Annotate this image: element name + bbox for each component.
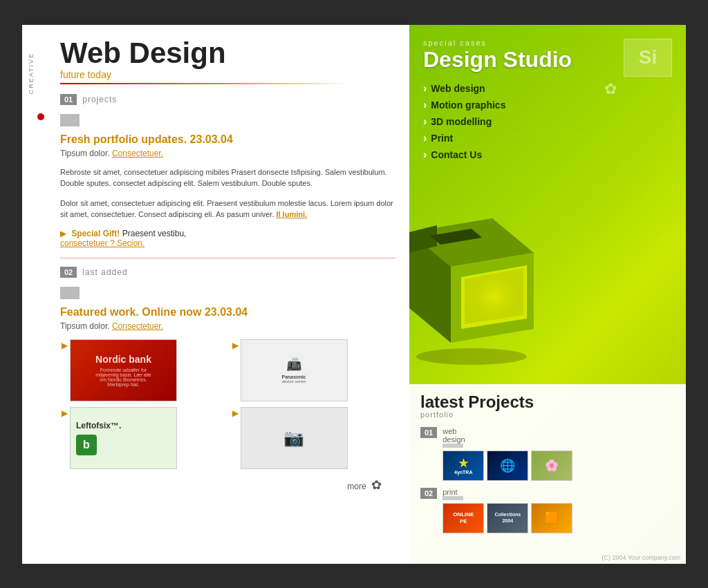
- latest-projects-title: latest Projects: [420, 394, 675, 410]
- special-gift-section: ▶ Special Gift! Praesent vestibu, consec…: [60, 229, 395, 248]
- thumb-1-arrow-icon: ▶: [62, 341, 68, 350]
- featured-subtitle: Tipsum dolor. Consectetuer.: [60, 321, 395, 331]
- body-text-1: Rebroste sit amet, consectetuer adipisci…: [60, 167, 395, 189]
- right-panel: Si ✿ special cases Design Studio Web des…: [409, 25, 686, 564]
- project-02-thumbs: ONLINEPE Collections2004 🟧: [442, 503, 572, 533]
- nav-item-motion-graphics[interactable]: Motion graphics: [423, 97, 672, 113]
- featured-sub-link[interactable]: Consectetuer.: [112, 321, 163, 331]
- thumb-2-arrow-icon: ▶: [232, 341, 239, 350]
- thumb-4-arrow-icon: ▶: [232, 408, 239, 418]
- left-content: Web Design future today 01 projects Fres…: [53, 25, 409, 506]
- portfolio-title: Fresh portfolio updates. 23.03.04: [60, 133, 395, 146]
- thumb-3-arrow-icon: ▶: [62, 408, 68, 418]
- thumb-4[interactable]: ▶ 📷: [231, 407, 396, 469]
- thumb-1-image[interactable]: Nordic bank Fortrende udsalfer formiljøv…: [70, 339, 177, 401]
- special-cases-label: special cases: [423, 39, 672, 47]
- body-text-2: Dolor sit amet, consectetuer adipiscing …: [60, 198, 395, 220]
- thumb-2-image[interactable]: 📠 Panasonic device series: [241, 339, 348, 401]
- nav-item-3d-modelling[interactable]: 3D modelling: [423, 113, 672, 130]
- project-02-icon-placeholder: [442, 496, 463, 500]
- project-thumb-1c[interactable]: 🌸: [531, 451, 572, 481]
- section-02: 02 last added Featured work. Online now …: [60, 267, 395, 493]
- title-decorative-line: [60, 83, 351, 84]
- nav-item-contact-us[interactable]: Contact Us: [423, 146, 672, 163]
- more-link-row: more ✿: [60, 477, 395, 493]
- design-studio-title: Design Studio: [423, 48, 672, 70]
- section-01-header: 01 projects: [60, 94, 395, 105]
- project-thumb-2a[interactable]: ONLINEPE: [442, 503, 484, 533]
- portfolio-sub-link[interactable]: Consectetuer.: [112, 149, 163, 158]
- left-panel: creative Web Design future today 01 proj…: [22, 25, 409, 564]
- creative-label: creative: [28, 53, 35, 94]
- project-02-number: 02: [420, 488, 437, 499]
- section-01-number: 01: [60, 94, 77, 105]
- section-01-label: projects: [82, 95, 117, 104]
- portfolio-subtitle: Tipsum dolor. Consectetuer.: [60, 149, 395, 158]
- section-01-icon: [60, 114, 80, 126]
- project-01-thumbs: ★ 4ynTRA 🌐 🌸: [442, 451, 572, 481]
- thumb-4-image[interactable]: 📷: [241, 407, 348, 469]
- right-content: special cases Design Studio Web design M…: [409, 25, 686, 191]
- section-02-label: last added: [82, 267, 127, 277]
- project-01-number: 01: [420, 427, 437, 438]
- section-02-number: 02: [60, 267, 77, 278]
- main-container: creative Web Design future today 01 proj…: [22, 25, 686, 564]
- project-thumb-1a[interactable]: ★ 4ynTRA: [442, 451, 484, 481]
- thumb-1[interactable]: ▶ Nordic bank Fortrende udsalfer formilj…: [60, 339, 225, 401]
- thumb-3-image[interactable]: Leftofsix™. b: [70, 407, 177, 469]
- project-01-icon-placeholder: [442, 444, 463, 448]
- special-gift-arrow-icon: ▶: [60, 229, 66, 238]
- section-02-icon: [60, 287, 80, 299]
- 3d-box-svg: [409, 211, 561, 370]
- right-nav: Web design Motion graphics 3D modelling …: [423, 80, 672, 163]
- leaf-decoration-icon: ✿: [371, 478, 382, 492]
- special-gift-text: Praesent vestibu,: [122, 229, 187, 238]
- nav-item-print[interactable]: Print: [423, 130, 672, 146]
- thumbnail-grid: ▶ Nordic bank Fortrende udsalfer formilj…: [60, 339, 395, 469]
- project-row-01: 01 web design ★ 4ynTRA 🌐: [420, 427, 675, 481]
- thumb-2[interactable]: ▶ 📠 Panasonic device series: [231, 339, 396, 401]
- project-row-02: 02 print ONLINEPE Collections2004: [420, 488, 675, 533]
- more-link[interactable]: more: [347, 482, 366, 491]
- project-thumb-1b[interactable]: 🌐: [487, 451, 528, 481]
- nav-item-web-design[interactable]: Web design: [423, 80, 672, 97]
- section-divider: [60, 258, 395, 258]
- project-thumb-2b[interactable]: Collections2004: [487, 503, 528, 533]
- section-02-header: 02 last added: [60, 267, 395, 278]
- sub-title: future today: [60, 69, 395, 80]
- thumb-3[interactable]: ▶ Leftofsix™. b: [60, 407, 225, 469]
- project-02-label: print: [442, 488, 481, 496]
- project-01-label: web design: [442, 427, 481, 444]
- special-gift-label: Special Gift!: [71, 229, 120, 238]
- portfolio-label: portfolio: [420, 410, 675, 419]
- red-circle-icon: [37, 113, 44, 120]
- featured-title: Featured work. Online now 23.03.04: [60, 306, 395, 319]
- latest-projects-panel: latest Projects portfolio 01 web design …: [409, 384, 686, 564]
- svg-point-14: [416, 348, 527, 365]
- project-thumb-2c[interactable]: 🟧: [531, 503, 572, 533]
- copyright-text: (C) 2004 Your company.com: [602, 554, 680, 561]
- main-title: Web Design: [60, 39, 395, 68]
- il-lumini-link[interactable]: Il lumini.: [276, 210, 307, 218]
- 3d-box-graphic: [409, 211, 575, 391]
- special-gift-link[interactable]: consectetuer ? Secion.: [60, 238, 145, 248]
